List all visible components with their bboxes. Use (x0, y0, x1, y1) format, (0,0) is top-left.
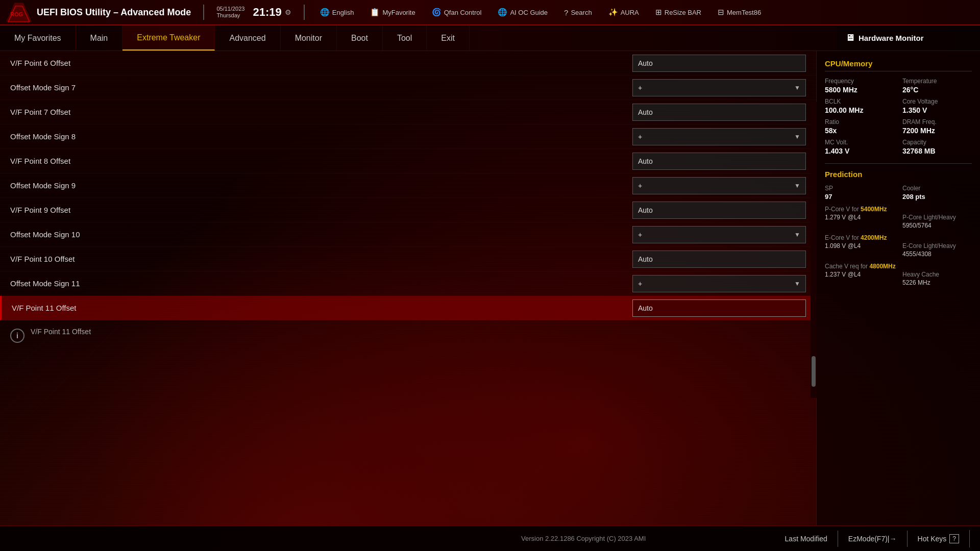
header: ROG UEFI BIOS Utility – Advanced Mode 05… (0, 0, 980, 26)
cooler-label: Cooler (902, 185, 972, 192)
nav-my-favorites[interactable]: My Favorites (0, 26, 76, 51)
vf8-control[interactable]: Auto (632, 153, 806, 170)
settings-list: V/F Point 6 Offset Auto Offset Mode Sign… (0, 51, 816, 320)
tool-myfavorite[interactable]: 📋 MyFavorite (367, 6, 418, 19)
setting-row-offset8[interactable]: Offset Mode Sign 8 + ▼ (0, 124, 816, 149)
hw-cpu-grid: Frequency 5800 MHz Temperature 26°C BCLK… (825, 78, 972, 155)
tool-search[interactable]: ? Search (561, 6, 595, 19)
nav-main[interactable]: Main (76, 26, 123, 51)
dram-freq-label: DRAM Freq. (902, 118, 972, 126)
nav-exit[interactable]: Exit (427, 26, 470, 51)
e-core-v-freq: 4200MHz (861, 234, 887, 241)
bclk-label: BCLK (825, 98, 894, 105)
offset11-control[interactable]: + ▼ (632, 275, 806, 292)
question-icon: ? (564, 8, 568, 17)
offset10-control[interactable]: + ▼ (632, 226, 806, 243)
nav-tool[interactable]: Tool (383, 26, 427, 51)
hot-keys-button[interactable]: Hot Keys ? (908, 530, 970, 547)
heavy-cache-block: Heavy Cache 5226 MHz (902, 271, 972, 286)
scrollbar-thumb[interactable] (812, 356, 816, 387)
bclk-block: BCLK 100.00 MHz (825, 98, 894, 114)
vf7-control[interactable]: Auto (632, 104, 806, 121)
vf10-control[interactable]: Auto (632, 251, 806, 268)
setting-row-vf8[interactable]: V/F Point 8 Offset Auto (0, 149, 816, 173)
vf9-control[interactable]: Auto (632, 202, 806, 219)
ratio-label: Ratio (825, 118, 894, 126)
vf9-value[interactable]: Auto (632, 202, 806, 219)
setting-row-vf7[interactable]: V/F Point 7 Offset Auto (0, 100, 816, 124)
offset7-dropdown[interactable]: + ▼ (632, 79, 806, 96)
setting-row-vf11[interactable]: V/F Point 11 Offset Auto (0, 296, 816, 320)
hotkeys-icon: ? (949, 534, 959, 543)
sp-block: SP 97 (825, 185, 894, 201)
dram-freq-value: 7200 MHz (902, 127, 972, 135)
mc-volt-block: MC Volt. 1.403 V (825, 139, 894, 155)
setting-row-offset7[interactable]: Offset Mode Sign 7 + ▼ (0, 76, 816, 100)
vf8-value[interactable]: Auto (632, 153, 806, 170)
nav-boot[interactable]: Boot (337, 26, 383, 51)
vf10-value[interactable]: Auto (632, 251, 806, 268)
chevron-down-icon: ▼ (794, 133, 800, 140)
offset9-control[interactable]: + ▼ (632, 177, 806, 194)
p-core-v-label: P-Core V for 5400MHz (825, 206, 972, 213)
tool-english[interactable]: 🌐 English (317, 6, 357, 19)
resize-icon: ⊞ (655, 8, 662, 17)
vf7-value[interactable]: Auto (632, 104, 806, 121)
sp-label: SP (825, 185, 894, 192)
offset10-dropdown[interactable]: + ▼ (632, 226, 806, 243)
header-tools: 🌐 English 📋 MyFavorite 🌀 Qfan Control 🌐 … (317, 6, 974, 19)
last-modified-button[interactable]: Last Modified (775, 531, 838, 547)
cache-v-block: Cache V req for 4800MHz 1.237 V @L4 Heav… (825, 263, 972, 286)
heavy-cache-value: 5226 MHz (902, 279, 972, 286)
vf11-value[interactable]: Auto (632, 299, 806, 317)
monitor-icon-nav: 🖥 (845, 33, 854, 43)
tool-aura[interactable]: ✨ AURA (605, 6, 642, 19)
p-core-lh-block: P-Core Light/Heavy 5950/5764 (902, 214, 972, 229)
offset9-dropdown[interactable]: + ▼ (632, 177, 806, 194)
scrollbar[interactable] (811, 102, 817, 398)
vf6-control[interactable]: Auto (632, 55, 806, 72)
ez-mode-button[interactable]: EzMode(F7)|→ (838, 531, 908, 547)
offset7-control[interactable]: + ▼ (632, 79, 806, 96)
setting-row-offset9[interactable]: Offset Mode Sign 9 + ▼ (0, 173, 816, 198)
vf11-control[interactable]: Auto (632, 299, 806, 317)
fan-icon: 🌀 (432, 8, 442, 17)
p-core-values: 1.279 V @L4 P-Core Light/Heavy 5950/5764 (825, 214, 972, 229)
nav-items: My Favorites Main Extreme Tweaker Advanc… (0, 26, 837, 51)
day-display: Thursday (216, 12, 240, 19)
vf6-value[interactable]: Auto (632, 55, 806, 72)
setting-row-vf6[interactable]: V/F Point 6 Offset Auto (0, 51, 816, 76)
tool-resize-bar[interactable]: ⊞ ReSize BAR (652, 6, 704, 19)
nav-extreme-tweaker[interactable]: Extreme Tweaker (122, 26, 215, 51)
info-row: i V/F Point 11 Offset (0, 320, 816, 350)
offset8-control[interactable]: + ▼ (632, 128, 806, 145)
rog-logo: ROG (6, 2, 32, 22)
setting-row-vf10[interactable]: V/F Point 10 Offset Auto (0, 247, 816, 271)
logo-area: ROG UEFI BIOS Utility – Advanced Mode (6, 2, 191, 22)
offset11-dropdown[interactable]: + ▼ (632, 275, 806, 292)
tool-qfan[interactable]: 🌀 Qfan Control (429, 6, 485, 19)
offset8-dropdown[interactable]: + ▼ (632, 128, 806, 145)
tool-ai-oc[interactable]: 🌐 AI OC Guide (495, 6, 551, 19)
setting-row-vf9[interactable]: V/F Point 9 Offset Auto (0, 198, 816, 222)
tool-memtest[interactable]: ⊟ MemTest86 (715, 6, 764, 19)
globe-icon: 🌐 (320, 8, 330, 17)
aura-icon: ✨ (608, 8, 618, 17)
cache-v-label: Cache V req for 4800MHz (825, 263, 972, 270)
setting-row-offset10[interactable]: Offset Mode Sign 10 + ▼ (0, 222, 816, 247)
nav-advanced[interactable]: Advanced (215, 26, 280, 51)
nav-monitor[interactable]: Monitor (281, 26, 337, 51)
e-core-lh-block: E-Core Light/Heavy 4555/4308 (902, 242, 972, 258)
setting-row-offset11[interactable]: Offset Mode Sign 11 + ▼ (0, 271, 816, 296)
e-core-values: 1.098 V @L4 E-Core Light/Heavy 4555/4308 (825, 242, 972, 258)
capacity-value: 32768 MB (902, 147, 972, 155)
settings-icon[interactable]: ⚙ (285, 8, 291, 16)
ai-icon: 🌐 (498, 8, 507, 17)
e-core-v-val: 1.098 V @L4 (825, 242, 894, 258)
favorite-icon: 📋 (370, 8, 380, 17)
version-text: Version 2.22.1286 Copyright (C) 2023 AMI (393, 535, 775, 542)
chevron-down-icon: ▼ (794, 84, 800, 91)
ratio-block: Ratio 58x (825, 118, 894, 135)
chevron-down-icon: ▼ (794, 182, 800, 189)
p-core-v-val: 1.279 V @L4 (825, 214, 894, 229)
